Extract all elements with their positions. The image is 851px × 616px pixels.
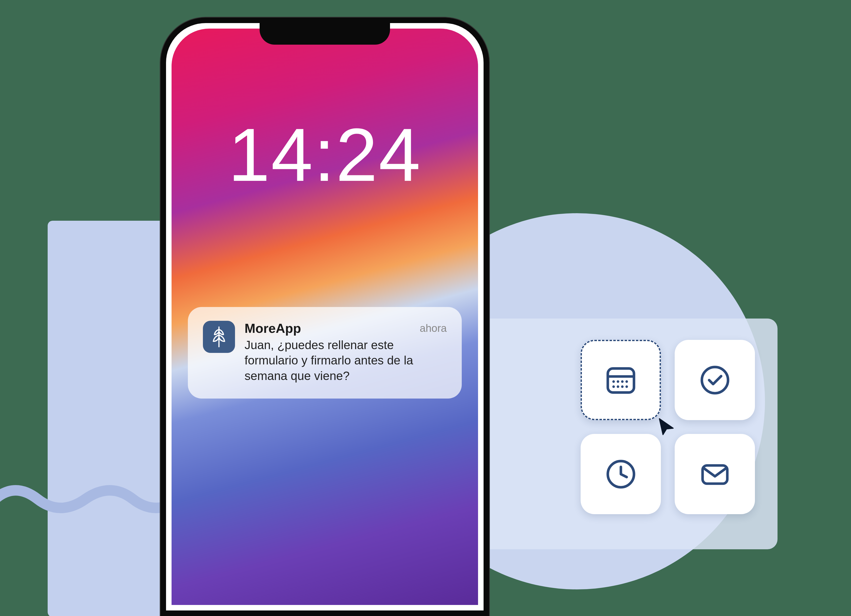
svg-point-5 (625, 380, 628, 383)
svg-point-6 (612, 385, 615, 388)
notification-app-name: MoreApp (245, 321, 447, 336)
svg-point-9 (625, 385, 628, 388)
svg-point-10 (702, 367, 728, 393)
notification-timestamp: ahora (420, 322, 447, 334)
calendar-widget[interactable] (580, 340, 661, 420)
svg-point-7 (616, 385, 619, 388)
calendar-icon (603, 362, 639, 398)
notification-message: Juan, ¿puedes rellenar este formulario y… (245, 337, 447, 383)
check-circle-icon (697, 362, 733, 398)
widget-panel (477, 319, 777, 549)
clock-icon (603, 456, 639, 492)
phone-frame: 14:24 MoreApp ahora Juan, ¿puedes rellen… (161, 18, 489, 616)
check-widget[interactable] (675, 340, 755, 420)
svg-rect-0 (608, 368, 634, 392)
notification-body: MoreApp ahora Juan, ¿puedes rellenar est… (245, 321, 447, 383)
app-icon (203, 321, 235, 353)
lock-screen-clock: 14:24 (171, 111, 478, 198)
mail-widget[interactable] (675, 434, 755, 514)
svg-point-3 (616, 380, 619, 383)
svg-rect-12 (702, 465, 727, 484)
notification-card[interactable]: MoreApp ahora Juan, ¿puedes rellenar est… (188, 307, 462, 398)
svg-point-8 (621, 385, 624, 388)
svg-point-2 (612, 380, 615, 383)
cursor-icon (655, 415, 678, 439)
widget-grid (580, 340, 755, 514)
phone-notch (260, 22, 390, 45)
phone-screen: 14:24 MoreApp ahora Juan, ¿puedes rellen… (171, 29, 478, 605)
mail-icon (697, 456, 733, 492)
clock-widget[interactable] (580, 434, 661, 514)
svg-point-4 (621, 380, 624, 383)
